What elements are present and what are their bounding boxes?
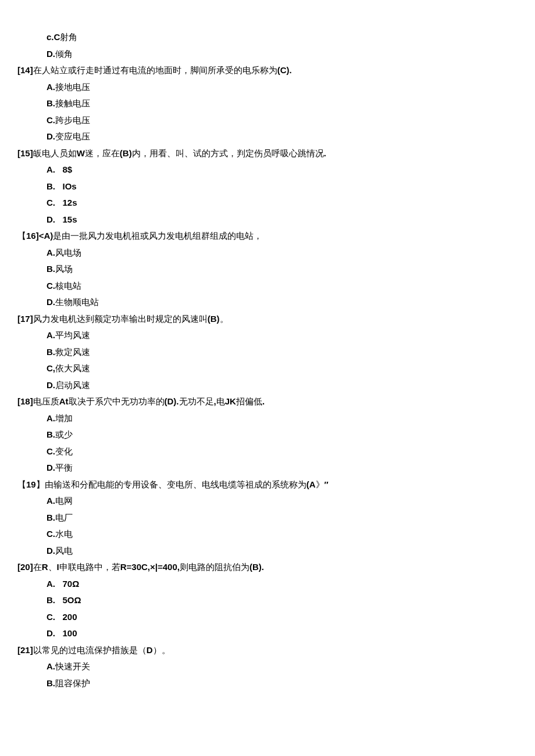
- answer-option: A.风电场: [17, 245, 518, 261]
- answer-option: C.水电: [17, 526, 518, 543]
- answer-option: A.接地电压: [17, 79, 518, 96]
- question-stem: [17]风力发电机达到额定功率输出时规定的风速叫(B)。: [17, 311, 518, 328]
- answer-option: B. 5OΩ: [17, 592, 518, 609]
- answer-option: A.平均风速: [17, 327, 518, 344]
- answer-option: A. 70Ω: [17, 576, 518, 593]
- answer-option: B.接触电压: [17, 95, 518, 112]
- answer-option: C,依大风速: [17, 360, 518, 377]
- answer-option: C.跨步电压: [17, 112, 518, 129]
- question-stem: 【19】由输送和分配电能的专用设备、变电所、电线电缆等祖成的系统称为(A》″: [17, 476, 518, 493]
- question-stem: 【16]<A)是由一批风力发电机祖或风力发电机组群组成的电站，: [17, 228, 518, 245]
- question-stem: [21]以常见的过电流保护措族是（D）。: [17, 642, 518, 659]
- answer-option: B.电厂: [17, 510, 518, 526]
- answer-option: C.变化: [17, 443, 518, 460]
- answer-option: C. 200: [17, 609, 518, 626]
- answer-option: c.C射角: [17, 29, 518, 46]
- question-stem: [18]电压质At取决于系穴中无功功率的(D).无功不足,电JK招偏低.: [17, 393, 518, 410]
- answer-option: B.或少: [17, 427, 518, 443]
- answer-option: B.阻容保护: [17, 675, 518, 692]
- answer-option: B.风场: [17, 261, 518, 278]
- question-stem: [15]皈电人员如W迷，应在(B)内，用看、叫、试的方式，判定伤员呼吸心跳情况.: [17, 145, 518, 162]
- question-stem: [14]在人站立或行走时通过有电流的地面时，脚间所承受的电乐称为(C).: [17, 62, 518, 79]
- answer-option: D.变应电压: [17, 128, 518, 145]
- answer-option: D. 15s: [17, 212, 518, 228]
- answer-option: A.增加: [17, 410, 518, 427]
- answer-option: D.启动风速: [17, 377, 518, 394]
- document-body: c.C射角D.倾角[14]在人站立或行走时通过有电流的地面时，脚间所承受的电乐称…: [17, 29, 518, 691]
- answer-option: C. 12s: [17, 195, 518, 212]
- question-stem: [20]在R、I申联电路中，若R=30C,×|=400,则电路的阻抗伯为(B).: [17, 559, 518, 576]
- answer-option: C.核电站: [17, 278, 518, 295]
- answer-option: D.风电: [17, 543, 518, 560]
- answer-option: D.平衡: [17, 460, 518, 476]
- answer-option: B.救定风速: [17, 344, 518, 361]
- answer-option: D. 100: [17, 625, 518, 642]
- answer-option: D.倾角: [17, 46, 518, 63]
- answer-option: B. IOs: [17, 178, 518, 195]
- answer-option: D.生物顺电站: [17, 294, 518, 311]
- answer-option: A.电网: [17, 493, 518, 510]
- answer-option: A. 8$: [17, 162, 518, 178]
- answer-option: A.快速开关: [17, 658, 518, 675]
